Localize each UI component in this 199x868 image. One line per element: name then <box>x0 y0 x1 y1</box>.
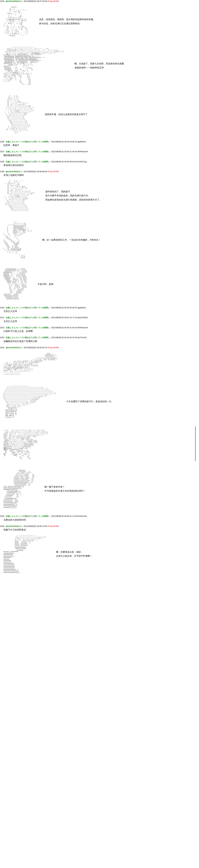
post-2251: 2251 : 名無しさんスレッドの埋め立てが空いている時間に : 2021/08… <box>0 316 199 323</box>
post-date: 2021/08/09(月) 00:44:24.70 <box>24 346 47 349</box>
ascii-art-figure-5: r‐ﾐ /:;:;:;:;:;彡 〃"ヾ-{╲:;:;:;:;,r彡' / YI… <box>3 221 32 258</box>
post-2250: 2250 : 名無しさんスレッドの埋め立てが空いている時間に : 2021/08… <box>0 306 199 313</box>
post-header: 2249 : ◆VyRGbNNQHLJr : 2021/08/09(月) 00:… <box>0 170 199 173</box>
post-id: ID:HDHOdccM <box>75 327 87 329</box>
post-subtitle: 好世界，果猫子 <box>0 144 199 147</box>
post-author[interactable]: 名無しさんスレッドの埋め立てが空いている時間に <box>6 151 50 153</box>
dialogue-block: 况且，这些面包，我的肉，是从我的信徒那得来的布施。 换句话说，你的兄弟们正在通过… <box>36 18 95 26</box>
post-id: ID:SaoJF/KM <box>47 170 59 173</box>
post-date: 2021/08/09(月) 00:42:02.08 <box>51 307 75 309</box>
post-id: ID:dgaRaKnI <box>75 141 86 143</box>
post-id: ID:2pDsJF9wD <box>75 316 88 318</box>
post-2252: 2252 : 名無しさんスレッドの埋め立てが空いている時間に : 2021/08… <box>0 327 199 333</box>
dialogue-block: 不是六郎，是神。 <box>34 282 55 286</box>
post-header: 2255 : 名無しさんスレッドの埋め立てが空いている時間に : 2021/08… <box>0 515 199 518</box>
dialogue-line: 今天也遇到了优秀的孩子们，真是美好的一天。 <box>66 399 114 403</box>
dialogue-block: 嗯？脑子里有声音？ 作为我使徒的天使又在向我低语私话吗？ <box>41 485 85 493</box>
post-id: ID:SaoJF/KM <box>47 346 59 349</box>
post-2256: 2256 : ◆VyRGbNNQHLJr : 2021/08/09(月) 00:… <box>0 525 199 577</box>
post-subtitle: 女强人也能化为猫吗 <box>0 174 199 177</box>
post-header: 2253 : 名無しさんスレッドの埋め立てが空いている時間に : 2021/08… <box>0 336 199 339</box>
ascii-art-figure-10: ═══════ ═══════ ╲╲＿ /三＝=╲══＿╲╲╲╲ /╲:{╲＝╲… <box>3 470 34 508</box>
dialogue-line: 而如果你发现你的兄弟们有困难，就轮到你挥洒汗水了。 <box>45 198 102 202</box>
post-author[interactable]: 名無しさんスレッドの埋め立てが空いている時間に <box>6 161 50 163</box>
post-author[interactable]: 名無しさんスレッドの埋め立てが空いている時間に <box>6 141 50 143</box>
post-author[interactable]: ◆VyRGbNNQHLJr <box>6 170 22 173</box>
post-author[interactable]: 名無しさんスレッドの埋め立てが空いている時間に <box>6 327 50 329</box>
ascii-art-figure-2: ｉ:;:;:;:;:;:;:;:;:;:; ＿ ,r;r'""`ヾ:;:;:;:… <box>3 46 64 85</box>
post-author[interactable]: 名無しさんスレッドの埋め立てが空いている時間に <box>6 515 50 517</box>
post-id: ID:SaoJF/KM <box>47 0 59 2</box>
post-date: 2021/08/09(月) 00:40:49.68 <box>24 170 47 173</box>
post-header: 2247 : 名無しさんスレッドの埋め立てが空いている時間に : 2021/08… <box>0 150 199 153</box>
dialogue-line: 况且，这些面包，我的肉，是从我的信徒那得来的布施。 <box>39 18 95 21</box>
post-number: 2248 <box>0 161 4 163</box>
post-number: 2255 <box>0 515 4 517</box>
post-2245: 2245 : ◆VyRGbNNQHLJr : 2021/08/09(月) 00:… <box>0 0 199 39</box>
post-number: 2249 <box>0 170 4 173</box>
post-id: ID:HDHOdccM <box>75 151 87 153</box>
post-2254: 2254 : ◆VyRGbNNQHLJr : 2021/08/09(月) 00:… <box>0 346 199 379</box>
post-number: 2253 <box>0 336 4 339</box>
content-block: ═══════ ═══════ ╲╲＿ /三＝=╲══＿╲╲╲╲ /╲:{╲＝╲… <box>0 466 199 512</box>
post-subtitle: 行程和子打使上正道，好神啊 <box>0 330 199 333</box>
ascii-art-figure-9: ＿＿＿＿ ─‐（╲ {:;:;{;:;:;::;::;:/╲:;:;:;:;(ﾐ… <box>3 428 48 459</box>
post-header: 2256 : ◆VyRGbNNQHLJr : 2021/08/09(月) 00:… <box>0 525 199 528</box>
post-number: 2250 <box>0 307 4 309</box>
post-2255: 2255 : 名無しさんスレッドの埋め立てが空いている時間に : 2021/08… <box>0 515 199 521</box>
post-header: 2251 : 名無しさんスレッドの埋め立てが空いている時間に : 2021/08… <box>0 316 199 319</box>
content-block: r‐ﾐ /:;:;:;:;:;彡 〃"ヾ-{╲:;:;:;:;,r彡' / YI… <box>0 218 199 262</box>
post-date: 2021/08/09(月) 00:43:31.64 <box>51 327 75 329</box>
dialogue-line: 作为我使徒的天使又在向我低语私话吗？ <box>44 489 85 493</box>
post-id: ID:QsYGv/H2 <box>75 336 86 339</box>
post-2247: 2247 : 名無しさんスレッドの埋め立てが空いている時間に : 2021/08… <box>0 150 199 157</box>
dialogue-line: 虽然我不懂，但这么温柔的你真是太帅气了。 <box>45 112 90 116</box>
ascii-art-figure-cityscape: ╲{╲╲ ╲|{╲{╲╲╲╲|,=, ＿＿__ ╲╲╲╲╲╲╲╲-{ ＿-;:;… <box>3 353 58 375</box>
post-2253: 2253 : 名無しさんスレッドの埋め立てが空いている時間に : 2021/08… <box>0 336 199 343</box>
content-block: ,,--:;:;:;:;:;:;:;:;--., /:;:;:;:;:;:;:;… <box>0 382 199 421</box>
dialogue-line: 美丽的地球——我的神圣足球。 <box>74 66 126 70</box>
post-number: 2252 <box>0 327 4 329</box>
post-author[interactable]: ◆VyRGbNNQHLJr <box>6 346 22 349</box>
post-header: 2248 : 名無しさんスレッドの埋め立てが空いている時間に : 2021/08… <box>0 160 199 163</box>
post-id: ID:dgaRaKnI <box>75 307 86 309</box>
ascii-art-figure-11: ,,--:;:;:;:;:;:;:;--.., /:;:;:;:;:;:;:;:… <box>3 535 46 573</box>
content-block: ｉ:;:;:;:;:;:;:;:;:;:; ＿ ,r;r'""`ヾ:;:;:;:… <box>0 43 199 88</box>
post-subtitle: 脑回都是神话文吧 <box>0 154 199 157</box>
ascii-art-figure-1: ｨﾁ干干ﾐ丶 ∥ ﾐ ﾐl /'''ヽ l'''ヽl ﾐ /. べzｧ べzﾆ … <box>3 7 29 36</box>
post-number: 2254 <box>0 346 4 349</box>
post-number: 2251 <box>0 316 4 318</box>
post-2249: 2249 : ◆VyRGbNNQHLJr : 2021/08/09(月) 00:… <box>0 170 199 215</box>
content-block: /ILIILIILIIL（/丶╲╲╲╲╲ /ILIILlILIIL ﾐ/=ヽヽ╲… <box>0 265 199 303</box>
post-number: 2245 <box>0 0 4 2</box>
dialogue-block: 嗯。太美妙了。我曾七天创世，而这世间的光满爱。 美丽的地球——我的神圣足球。 <box>71 62 126 70</box>
post-number: 2246 <box>0 141 4 143</box>
post-author[interactable]: 名無しさんスレッドの埋め立てが空いている時間に <box>6 336 50 339</box>
post-date: 2021/08/09(月) 00:48:13.59 <box>24 525 47 527</box>
post-author[interactable]: 名無しさんスレッドの埋め立てが空いている時間に <box>6 307 50 309</box>
post-subtitle: 当爱吉的大使的照叫吗 <box>0 518 199 522</box>
dialogue-line: 嗯，好！如果我找到工作，一定会向你布施的，六郎先生！ <box>42 238 101 242</box>
post-date: 2021/08/09(月) 00:39:21.46 <box>51 151 75 153</box>
post-subtitle: 主内正义足球 <box>0 320 199 323</box>
dialogue-line: 我今日赠予你我的血肉，我的兄弟们的汗水。 <box>45 193 102 197</box>
post-date: 2021/08/09(月) 00:39:18.80 <box>51 141 75 143</box>
post-date: 2021/08/09(月) 00:42:14.71 <box>51 316 75 318</box>
dialogue-line: 换句话说，你的兄弟们正在通过我帮助你。 <box>39 22 95 26</box>
post-header: 2252 : 名無しさんスレッドの埋め立てが空いている時間に : 2021/08… <box>0 327 199 329</box>
content-block: Ｙ ﾑ ﾄ、 i{ 〃〃 } } ハ/// 〃ﾉノ {ﾚ' ／ ‐< ヽ╲ ||… <box>0 92 199 137</box>
post-author[interactable]: ◆VyRGbNNQHLJr <box>6 0 22 2</box>
dialogue-block: 嗯，你要我念出来，很好。 从师之之贴出来，天平的守护者啊！ <box>52 550 92 558</box>
post-subtitle: 这蝙蝠在哇吉行就是个普通的大树 <box>0 340 199 343</box>
dialogue-line: 是时候告别了，我的孩子。 <box>45 190 102 193</box>
content-block: ＿＿＿＿ ─‐（╲ {:;:;{;:;:;::;::;:/╲:;:;:;:;(ﾐ… <box>0 425 199 463</box>
post-id: ID:SaoJF/KM <box>47 525 59 527</box>
post-subtitle: 拳道很行我当你粉丝 <box>0 164 199 167</box>
post-2246: 2246 : 名無しさんスレッドの埋め立てが空いている時間に : 2021/08… <box>0 141 199 147</box>
post-author[interactable]: 名無しさんスレッドの埋め立てが空いている時間に <box>6 316 50 318</box>
ascii-art-figure-6: /ILIILIILIIL（/丶╲╲╲╲╲ /ILIILlILIIL ﾐ/=ヽヽ╲… <box>3 268 27 300</box>
post-id: ID:KnK4LG2g <box>75 515 87 517</box>
post-number: 2256 <box>0 525 4 527</box>
post-author[interactable]: ◆VyRGbNNQHLJr <box>6 525 22 527</box>
dialogue-block: 虽然我不懂，但这么温柔的你真是太帅气了。 <box>41 112 90 116</box>
